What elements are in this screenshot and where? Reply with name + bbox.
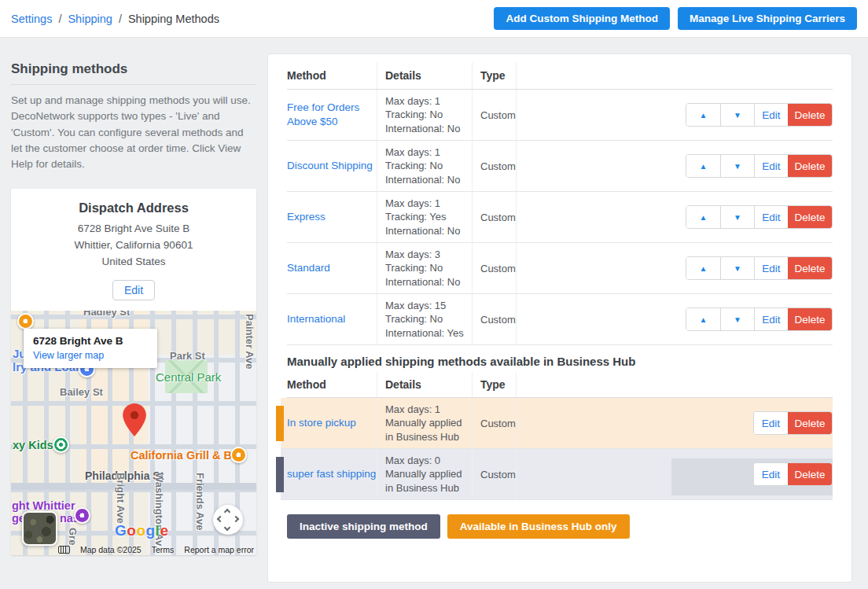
detail-line: Tracking: No — [385, 261, 472, 275]
google-map[interactable]: Hadley St Park St Bailey St Philadelphia… — [11, 311, 256, 555]
dispatch-address-title: Dispatch Address — [11, 201, 256, 215]
street-label-painter-ave: Painter Ave — [244, 314, 256, 370]
move-up-button[interactable]: ▲ — [686, 308, 720, 330]
move-up-button[interactable]: ▲ — [686, 104, 720, 126]
delete-button[interactable]: Delete — [788, 257, 832, 279]
edit-button[interactable]: Edit — [754, 257, 788, 279]
topbar-actions: Add Custom Shipping Method Manage Live S… — [494, 7, 857, 30]
method-link-discount-shipping[interactable]: Discount Shipping — [287, 159, 377, 173]
add-custom-shipping-method-button[interactable]: Add Custom Shipping Method — [494, 7, 669, 30]
method-link-in-store-pickup[interactable]: In store pickup — [287, 416, 377, 430]
page-description: Set up and manage shipping methods you w… — [11, 93, 256, 172]
detail-line: Max days: 1 — [385, 145, 472, 160]
method-link-free-for-orders[interactable]: Free for Orders Above $50 — [287, 101, 377, 129]
edit-button[interactable]: Edit — [754, 155, 788, 177]
sidebar: Shipping methods Set up and manage shipp… — [11, 49, 256, 555]
delete-button[interactable]: Delete — [788, 463, 832, 485]
pan-left-icon[interactable] — [217, 516, 223, 522]
location-pin-icon[interactable] — [123, 403, 146, 436]
manage-live-shipping-carriers-button[interactable]: Manage Live Shipping Carriers — [678, 7, 857, 30]
legend-inactive-shipping-method: Inactive shipping method — [287, 514, 440, 539]
detail-line: Manually applied in Business Hub — [385, 416, 472, 444]
cinema-marker-icon[interactable] — [74, 507, 90, 524]
map-pan-control[interactable] — [213, 505, 243, 535]
google-logo-letter: G — [115, 522, 127, 539]
table-row: Discount Shipping Max days: 1 Tracking: … — [287, 141, 833, 192]
map-info-window: 6728 Bright Ave B View larger map — [24, 329, 157, 368]
column-header-details: Details — [377, 372, 473, 397]
restaurant-marker-icon[interactable] — [17, 313, 34, 329]
detail-line: Tracking: Yes — [385, 210, 472, 224]
column-header-method: Method — [287, 62, 377, 89]
dispatch-address-edit-button[interactable]: Edit — [112, 280, 155, 300]
report-map-error-link[interactable]: Report a map error — [184, 545, 254, 554]
move-down-button[interactable]: ▼ — [720, 104, 754, 126]
detail-line: International: Yes — [385, 326, 472, 341]
shipping-table-header: Method Details Type — [287, 62, 833, 90]
type-value: Custom — [480, 469, 516, 480]
type-value: Custom — [480, 314, 516, 326]
satellite-view-toggle[interactable] — [22, 511, 57, 546]
kids-store-marker-icon[interactable] — [53, 436, 69, 453]
delete-button[interactable]: Delete — [788, 104, 832, 126]
edit-button[interactable]: Edit — [754, 463, 788, 485]
type-value: Custom — [480, 263, 516, 274]
terms-link[interactable]: Terms — [152, 545, 175, 554]
move-up-button[interactable]: ▲ — [686, 257, 720, 279]
detail-line: International: No — [385, 173, 472, 187]
move-up-button[interactable]: ▲ — [686, 155, 720, 177]
poi-label-california-grill: California Grill & Bar — [131, 449, 243, 462]
edit-button[interactable]: Edit — [754, 308, 788, 330]
move-down-button[interactable]: ▼ — [720, 206, 754, 228]
detail-line: International: No — [385, 122, 472, 136]
column-header-type: Type — [473, 62, 517, 89]
legend: Inactive shipping method Available in Bu… — [287, 514, 833, 539]
pan-down-icon[interactable] — [224, 525, 230, 531]
view-larger-map-link[interactable]: View larger map — [33, 350, 148, 361]
pan-up-icon[interactable] — [224, 509, 230, 515]
method-link-super-fast-shipping[interactable]: super fast shipping — [287, 467, 377, 481]
breadcrumb-settings[interactable]: Settings — [11, 13, 52, 25]
detail-line: Tracking: No — [385, 159, 472, 173]
move-down-button[interactable]: ▼ — [720, 257, 754, 279]
table-row-business-hub-only: In store pickup Max days: 1 Manually app… — [281, 398, 833, 449]
legend-available-business-hub-only: Available in Business Hub only — [447, 514, 630, 539]
row-actions: ▲ ▼ Edit Delete — [686, 103, 833, 127]
move-down-button[interactable]: ▼ — [720, 308, 754, 330]
method-link-standard[interactable]: Standard — [287, 261, 377, 275]
keyboard-shortcuts-icon[interactable] — [58, 546, 70, 554]
type-value: Custom — [480, 160, 516, 172]
delete-button[interactable]: Delete — [788, 308, 832, 330]
breadcrumb-separator: / — [58, 13, 61, 25]
move-down-button[interactable]: ▼ — [720, 155, 754, 177]
dispatch-address-line2: Whittier, California 90601 — [11, 237, 256, 254]
pan-right-icon[interactable] — [233, 516, 239, 522]
column-header-method: Method — [287, 372, 377, 397]
map-data-copyright: Map data ©2025 — [80, 545, 142, 554]
type-value: Custom — [480, 212, 516, 223]
street-label-park-st: Park St — [170, 350, 205, 362]
column-header-details: Details — [377, 62, 473, 89]
method-link-express[interactable]: Express — [287, 210, 377, 224]
breadcrumb-separator: / — [119, 13, 122, 25]
dispatch-address-line3: United States — [11, 254, 256, 271]
column-header-actions — [517, 372, 833, 397]
column-header-type: Type — [473, 372, 517, 397]
delete-button[interactable]: Delete — [788, 412, 832, 434]
detail-line: Max days: 3 — [385, 248, 472, 262]
delete-button[interactable]: Delete — [788, 155, 832, 177]
edit-button[interactable]: Edit — [754, 412, 788, 434]
table-row: Express Max days: 1 Tracking: Yes Intern… — [287, 192, 833, 243]
business-hub-only-accent-bar — [276, 406, 284, 441]
breadcrumb: Settings / Shipping / Shipping Methods — [11, 13, 219, 25]
delete-button[interactable]: Delete — [788, 206, 832, 228]
google-logo[interactable]: Google — [115, 522, 168, 539]
move-up-button[interactable]: ▲ — [686, 206, 720, 228]
grill-restaurant-marker-icon[interactable] — [230, 447, 247, 463]
breadcrumb-shipping[interactable]: Shipping — [68, 13, 112, 25]
edit-button[interactable]: Edit — [754, 206, 788, 228]
row-actions: ▲ ▼ Edit Delete — [686, 256, 833, 280]
table-row: Free for Orders Above $50 Max days: 1 Tr… — [287, 90, 833, 141]
method-link-international[interactable]: International — [287, 312, 377, 326]
edit-button[interactable]: Edit — [754, 104, 788, 126]
